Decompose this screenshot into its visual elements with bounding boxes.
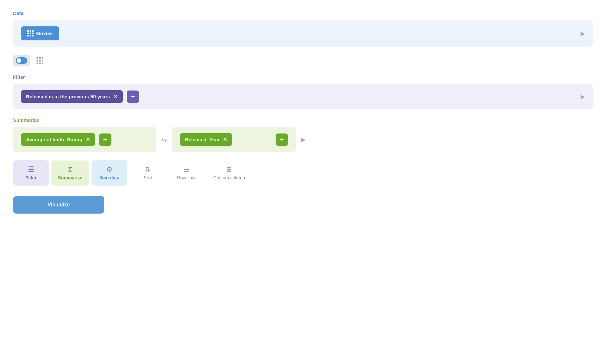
metric-tag-close-icon[interactable]: ✕ (86, 136, 90, 143)
add-filter-button[interactable]: + (127, 91, 139, 103)
filter-action-label: Filter (25, 175, 36, 180)
summarize-chevron-icon[interactable]: ▶ (301, 136, 306, 143)
group-tag[interactable]: Released: Year ✕ (180, 133, 232, 146)
summarize-action-icon: Σ (68, 166, 72, 173)
toggle-row (13, 55, 593, 66)
movies-button[interactable]: Movies (21, 26, 59, 40)
metric-tag[interactable]: Average of Imdb: Rating ✕ (21, 133, 95, 146)
by-label: by (162, 137, 167, 142)
grid-dots-button[interactable] (35, 56, 45, 65)
visualize-button[interactable]: Visualize (13, 196, 104, 214)
filter-tag[interactable]: Released is in the previous 50 years ✕ (21, 90, 123, 103)
metric-tag-text: Average of Imdb: Rating (26, 137, 82, 142)
custom-column-button[interactable]: ⊞ Custom column (207, 160, 252, 186)
filter-action-button[interactable]: ☰ Filter (13, 160, 49, 186)
toggle-button[interactable] (13, 55, 30, 66)
filter-chevron-icon[interactable]: ▶ (581, 93, 585, 100)
grid-icon (27, 30, 34, 36)
row-limit-icon: ☰ (183, 165, 189, 173)
add-metric-button[interactable]: + (99, 133, 111, 146)
summarize-row: Average of Imdb: Rating ✕ + by Released:… (13, 127, 593, 152)
toggle-inner (16, 57, 27, 64)
group-tag-text: Released: Year (185, 137, 220, 142)
summarize-right-wrapper: Released: Year ✕ + ▶ (172, 127, 593, 152)
action-row: ☰ Filter Σ Summarize ⊙ Join data ⇅ Sort … (13, 160, 593, 186)
summarize-section: Summarize Average of Imdb: Rating ✕ + by… (13, 117, 593, 152)
add-group-button[interactable]: + (276, 133, 288, 146)
row-limit-button[interactable]: ☰ Row limit (168, 160, 204, 186)
sort-icon: ⇅ (145, 165, 151, 173)
filter-tag-text: Released is in the previous 50 years (26, 94, 110, 99)
sort-label: Sort (144, 175, 152, 180)
summarize-action-button[interactable]: Σ Summarize (51, 161, 89, 186)
summarize-metric-box: Average of Imdb: Rating ✕ + (13, 127, 156, 152)
filter-tag-close-icon[interactable]: ✕ (113, 93, 118, 100)
data-box: Movies ▶ (13, 20, 593, 47)
row-limit-label: Row limit (177, 175, 195, 180)
join-data-label: Join data (99, 175, 119, 180)
custom-column-icon: ⊞ (226, 165, 232, 173)
join-data-icon: ⊙ (107, 165, 112, 173)
summarize-action-label: Summarize (58, 175, 82, 180)
data-chevron-icon[interactable]: ▶ (581, 30, 585, 37)
summarize-label: Summarize (13, 117, 593, 123)
data-section: Data Movies ▶ (13, 10, 593, 47)
filter-box: Released is in the previous 50 years ✕ +… (13, 84, 593, 109)
group-tag-close-icon[interactable]: ✕ (223, 136, 227, 143)
filter-section: Filter Released is in the previous 50 ye… (13, 74, 593, 109)
visualize-section: Visualize (13, 196, 593, 214)
filter-label: Filter (13, 74, 593, 80)
custom-column-label: Custom column (213, 175, 245, 180)
summarize-group-box: Released: Year ✕ + (172, 127, 296, 152)
join-data-button[interactable]: ⊙ Join data (92, 160, 127, 186)
data-label: Data (13, 10, 593, 16)
filter-inner: Released is in the previous 50 years ✕ + (21, 90, 139, 103)
sort-button[interactable]: ⇅ Sort (130, 160, 166, 186)
filter-action-icon: ☰ (28, 165, 34, 173)
